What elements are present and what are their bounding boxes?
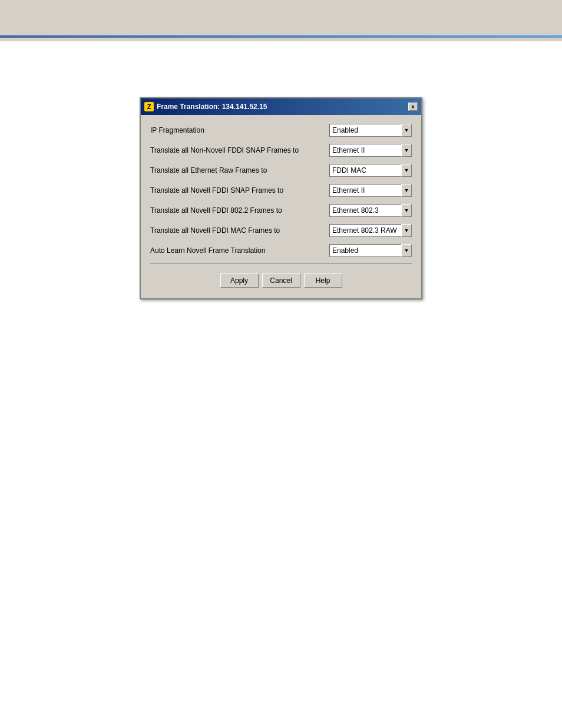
select-novell-fddi-snap[interactable]: Ethernet II Ethernet 802.3 FDDI MAC Ethe… — [329, 184, 412, 197]
dialog-body: IP Fragmentation Enabled Disabled ▼ Tran… — [141, 115, 421, 298]
row-novell-fddi-snap: Translate all Novell FDDI SNAP Frames to… — [150, 183, 412, 197]
top-divider — [0, 35, 562, 38]
dialog-titlebar: Z Frame Translation: 134.141.52.15 × — [141, 98, 421, 115]
select-wrapper-novell-fddi-mac: Ethernet II Ethernet 802.3 FDDI MAC Ethe… — [329, 224, 412, 237]
row-novell-fddi-mac: Translate all Novell FDDI MAC Frames to … — [150, 223, 412, 238]
label-ip-fragmentation: IP Fragmentation — [150, 126, 329, 134]
frame-translation-dialog: Z Frame Translation: 134.141.52.15 × IP … — [140, 97, 422, 299]
close-button[interactable]: × — [408, 103, 418, 111]
dialog-title: Frame Translation: 134.141.52.15 — [157, 103, 267, 111]
select-ip-fragmentation[interactable]: Enabled Disabled — [329, 124, 412, 137]
select-wrapper-ip-fragmentation: Enabled Disabled ▼ — [329, 124, 412, 137]
select-wrapper-novell-fddi-snap: Ethernet II Ethernet 802.3 FDDI MAC Ethe… — [329, 184, 412, 197]
select-novell-fddi-8022[interactable]: Ethernet II Ethernet 802.3 FDDI MAC Ethe… — [329, 204, 412, 217]
select-wrapper-non-novell-fddi-snap: Ethernet II Ethernet 802.3 FDDI MAC Ethe… — [329, 144, 412, 157]
select-non-novell-fddi-snap[interactable]: Ethernet II Ethernet 802.3 FDDI MAC Ethe… — [329, 144, 412, 157]
select-wrapper-ethernet-raw: Ethernet II Ethernet 802.3 FDDI MAC Ethe… — [329, 164, 412, 177]
row-ip-fragmentation: IP Fragmentation Enabled Disabled ▼ — [150, 123, 412, 137]
select-wrapper-auto-learn: Enabled Disabled ▼ — [329, 244, 412, 257]
titlebar-left: Z Frame Translation: 134.141.52.15 — [144, 102, 267, 111]
cancel-button[interactable]: Cancel — [262, 274, 300, 288]
button-divider — [150, 263, 412, 264]
label-novell-fddi-8022: Translate all Novell FDDI 802.2 Frames t… — [150, 206, 329, 215]
apply-button[interactable]: Apply — [220, 274, 259, 288]
label-novell-fddi-snap: Translate all Novell FDDI SNAP Frames to — [150, 186, 329, 195]
help-button[interactable]: Help — [304, 274, 342, 288]
label-non-novell-fddi-snap: Translate all Non-Novell FDDI SNAP Frame… — [150, 146, 329, 154]
row-auto-learn: Auto Learn Novell Frame Translation Enab… — [150, 243, 412, 258]
label-auto-learn: Auto Learn Novell Frame Translation — [150, 246, 329, 255]
dialog-app-icon: Z — [144, 102, 154, 111]
page-content: Z Frame Translation: 134.141.52.15 × IP … — [0, 41, 562, 728]
label-novell-fddi-mac: Translate all Novell FDDI MAC Frames to — [150, 226, 329, 235]
select-auto-learn[interactable]: Enabled Disabled — [329, 244, 412, 257]
select-ethernet-raw[interactable]: Ethernet II Ethernet 802.3 FDDI MAC Ethe… — [329, 164, 412, 177]
select-novell-fddi-mac[interactable]: Ethernet II Ethernet 802.3 FDDI MAC Ethe… — [329, 224, 412, 237]
button-row: Apply Cancel Help — [150, 271, 412, 291]
row-ethernet-raw: Translate all Ethernet Raw Frames to Eth… — [150, 163, 412, 177]
row-non-novell-fddi-snap: Translate all Non-Novell FDDI SNAP Frame… — [150, 143, 412, 157]
select-wrapper-novell-fddi-8022: Ethernet II Ethernet 802.3 FDDI MAC Ethe… — [329, 204, 412, 217]
label-ethernet-raw: Translate all Ethernet Raw Frames to — [150, 166, 329, 174]
row-novell-fddi-8022: Translate all Novell FDDI 802.2 Frames t… — [150, 203, 412, 218]
